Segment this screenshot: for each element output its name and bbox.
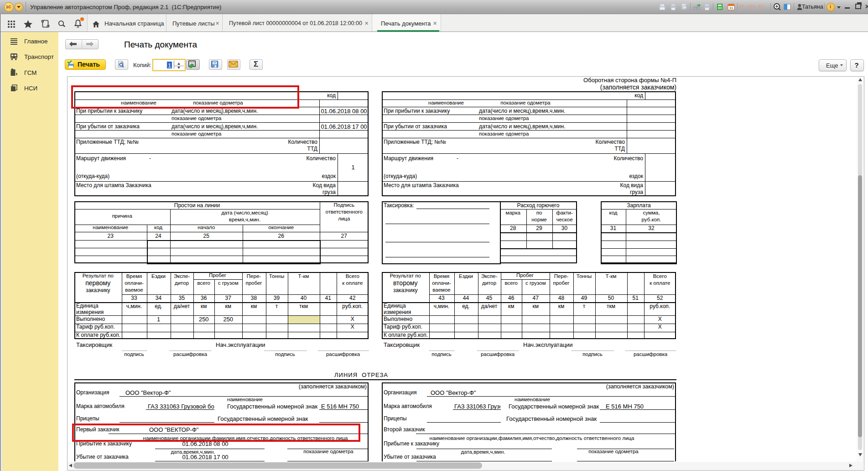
svg-text:31: 31 [729,6,733,10]
